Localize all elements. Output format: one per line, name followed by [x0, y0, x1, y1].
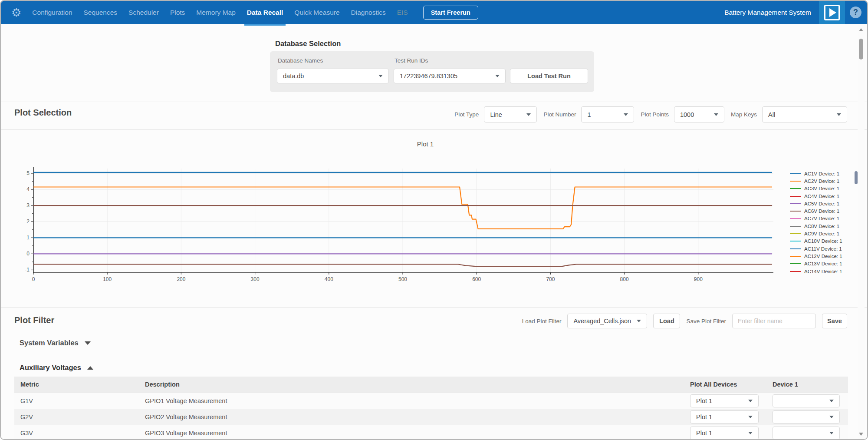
nav-item-sequences[interactable]: Sequences	[78, 9, 123, 17]
gear-icon[interactable]: ⚙	[11, 7, 21, 18]
legend-label: AC7V Device: 1	[804, 216, 839, 221]
legend-item-ac4v-device-1[interactable]: AC4V Device: 1	[790, 192, 842, 200]
test-run-ids-dropdown[interactable]: 1722394679.831305	[394, 69, 506, 83]
page-scrollbar[interactable]	[858, 25, 865, 439]
save-filter-button[interactable]: Save	[822, 314, 847, 328]
legend-line-swatch	[790, 263, 801, 264]
legend-item-ac2v-device-1[interactable]: AC2V Device: 1	[790, 177, 842, 185]
plot-filter-title: Plot Filter	[14, 315, 54, 325]
system-variables-section-toggle[interactable]: System Variables	[20, 339, 91, 347]
plot-all-devices-dropdown-g2v-value: Plot 1	[696, 414, 712, 420]
legend-item-ac10v-device-1[interactable]: AC10V Device: 1	[790, 238, 842, 245]
scroll-up-icon[interactable]	[859, 28, 863, 31]
load-filter-button[interactable]: Load	[653, 314, 680, 328]
top-navbar: ⚙ ConfigurationSequencesSchedulerPlotsMe…	[1, 1, 867, 24]
plot-all-devices-cell: Plot 1	[689, 409, 771, 425]
legend-label: AC9V Device: 1	[804, 231, 839, 236]
divider	[1, 102, 867, 102]
legend-line-swatch	[790, 188, 801, 189]
plot-number-dropdown[interactable]: 1	[581, 106, 634, 122]
table-row-g2v: G2VGPIO2 Voltage MeasurementPlot 1	[14, 409, 848, 425]
load-plot-filter-dropdown[interactable]: Averaged_Cells.json	[567, 314, 647, 328]
nav-item-scheduler[interactable]: Scheduler	[123, 9, 164, 17]
column-header-plot-all-devices: Plot All Devices	[689, 377, 771, 393]
nav-item-eis[interactable]: EIS	[391, 9, 414, 17]
legend-label: AC4V Device: 1	[804, 194, 839, 199]
legend-item-ac14v-device-1[interactable]: AC14V Device: 1	[790, 268, 842, 275]
database-selection-panel: Database Names Test Run IDs data.db 1722…	[270, 51, 594, 92]
caret-down-icon	[526, 113, 531, 116]
legend-line-swatch	[790, 211, 801, 212]
auxiliary-voltages-section-toggle[interactable]: Auxiliary Voltages	[20, 364, 93, 372]
description-cell: GPIO2 Voltage Measurement	[139, 409, 689, 425]
nav-item-data-recall[interactable]: Data Recall	[241, 9, 289, 17]
table-row-g1v: G1VGPIO1 Voltage MeasurementPlot 1	[14, 393, 848, 409]
plot-all-devices-dropdown-g3v[interactable]: Plot 1	[690, 427, 759, 440]
metric-cell: G1V	[14, 393, 139, 409]
nav-item-diagnostics[interactable]: Diagnostics	[345, 9, 391, 17]
plot-type-dropdown-value: Line	[490, 111, 502, 118]
legend-label: AC5V Device: 1	[804, 201, 839, 206]
svg-text:2: 2	[26, 218, 30, 225]
legend-item-ac8v-device-1[interactable]: AC8V Device: 1	[790, 222, 842, 230]
caret-down-icon	[624, 113, 628, 116]
legend-item-ac12v-device-1[interactable]: AC12V Device: 1	[790, 252, 842, 260]
device-1-dropdown-g1v[interactable]	[773, 394, 840, 407]
plot-all-devices-dropdown-g1v[interactable]: Plot 1	[690, 394, 759, 407]
database-selection-title: Database Selection	[275, 40, 341, 48]
load-test-run-button[interactable]: Load Test Run	[510, 69, 588, 83]
legend-item-ac7v-device-1[interactable]: AC7V Device: 1	[790, 215, 842, 222]
device-1-dropdown-g2v[interactable]	[773, 410, 840, 423]
database-names-dropdown[interactable]: data.db	[277, 69, 389, 83]
svg-text:600: 600	[472, 276, 481, 282]
legend-item-ac1v-device-1[interactable]: AC1V Device: 1	[790, 170, 842, 177]
chart-legend: AC1V Device: 1AC2V Device: 1AC3V Device:…	[790, 170, 842, 275]
plot-selection-controls: Plot TypeLinePlot Number1Plot Points1000…	[454, 106, 847, 122]
legend-item-ac11v-device-1[interactable]: AC11V Device: 1	[790, 245, 842, 252]
device-1-dropdown-g3v[interactable]	[773, 427, 840, 440]
device-1-cell	[771, 393, 848, 409]
legend-item-ac6v-device-1[interactable]: AC6V Device: 1	[790, 207, 842, 215]
help-icon[interactable]: ?	[850, 7, 861, 18]
column-header-metric: Metric	[14, 377, 139, 393]
content-scrollbar-thumb[interactable]	[855, 171, 858, 184]
filter-name-input[interactable]	[732, 314, 816, 328]
run-button[interactable]	[819, 1, 845, 24]
plot-all-devices-dropdown-g2v[interactable]: Plot 1	[690, 410, 759, 423]
test-run-ids-value: 1722394679.831305	[400, 73, 457, 79]
start-freerun-button[interactable]: Start Freerun	[423, 6, 478, 20]
plot-type-dropdown[interactable]: Line	[484, 106, 537, 122]
metric-cell: G3V	[14, 425, 139, 440]
save-plot-filter-label: Save Plot Filter	[686, 318, 726, 324]
legend-label: AC11V Device: 1	[804, 246, 842, 251]
svg-text:5: 5	[26, 170, 30, 176]
plot-points-dropdown[interactable]: 1000	[674, 106, 724, 122]
page-scrollbar-thumb[interactable]	[859, 39, 863, 60]
map-keys-dropdown-value: All	[768, 111, 775, 118]
legend-line-swatch	[790, 203, 801, 204]
column-header-device-1: Device 1	[771, 377, 848, 393]
legend-item-ac9v-device-1[interactable]: AC9V Device: 1	[790, 230, 842, 237]
column-header-description: Description	[139, 377, 689, 393]
plot-points-dropdown-value: 1000	[680, 111, 694, 118]
nav-item-memory-map[interactable]: Memory Map	[191, 9, 241, 17]
legend-label: AC2V Device: 1	[804, 179, 839, 184]
plot-all-devices-dropdown-g3v-value: Plot 1	[696, 430, 712, 437]
legend-label: AC12V Device: 1	[804, 254, 842, 259]
metric-cell: G2V	[14, 409, 139, 425]
svg-text:0: 0	[26, 251, 30, 257]
nav-item-plots[interactable]: Plots	[164, 9, 191, 17]
map-keys-dropdown[interactable]: All	[762, 106, 847, 122]
legend-item-ac13v-device-1[interactable]: AC13V Device: 1	[790, 260, 842, 268]
nav-item-configuration[interactable]: Configuration	[26, 9, 78, 17]
scroll-down-icon[interactable]	[859, 433, 863, 436]
svg-text:-1: -1	[25, 267, 30, 273]
legend-label: AC1V Device: 1	[804, 171, 839, 176]
legend-line-swatch	[790, 248, 801, 249]
test-run-ids-label: Test Run IDs	[395, 57, 428, 64]
chevron-up-icon	[87, 366, 93, 370]
legend-item-ac3v-device-1[interactable]: AC3V Device: 1	[790, 185, 842, 192]
nav-item-quick-measure[interactable]: Quick Measure	[289, 9, 345, 17]
legend-item-ac5v-device-1[interactable]: AC5V Device: 1	[790, 200, 842, 207]
legend-line-swatch	[790, 196, 801, 197]
